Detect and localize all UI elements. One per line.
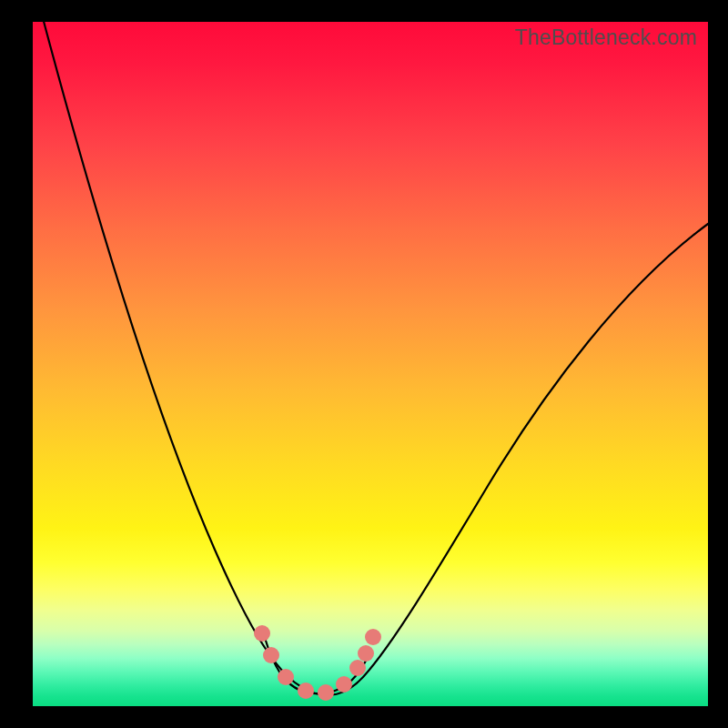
marker-dot [298,682,314,699]
marker-dot [336,676,352,693]
bottleneck-curve [33,22,708,706]
marker-dot [358,645,374,662]
marker-dot [254,625,270,642]
marker-dot [278,669,294,685]
marker-dot [365,629,381,645]
marker-dot [349,660,366,676]
curve-path [42,15,708,695]
marker-dot [318,684,334,701]
chart-frame: TheBottleneck.com [0,0,728,728]
plot-area: TheBottleneck.com [33,22,708,706]
marker-dot [263,647,279,663]
